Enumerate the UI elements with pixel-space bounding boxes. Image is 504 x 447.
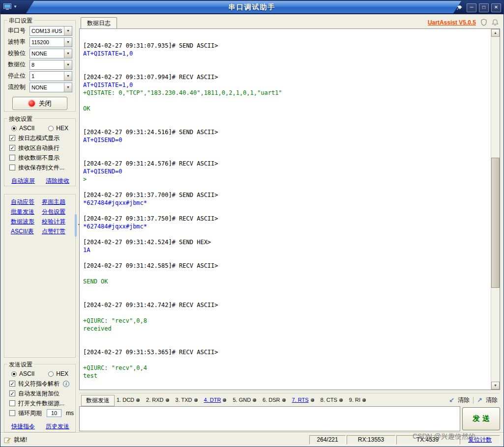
log-blank-line — [83, 65, 488, 73]
log-timestamp-line: [2024-02-27 09:31:37.700]# SEND ASCII> — [83, 191, 488, 199]
ready-icon — [4, 437, 11, 444]
recv-checkbox-row[interactable]: ✓按日志模式显示 — [4, 133, 75, 143]
chevron-down-icon[interactable]: ▼ — [64, 27, 72, 35]
chevron-down-icon[interactable]: ▼ — [64, 60, 72, 69]
clear-controls: ↙ 清除 ↗ 清除 — [449, 396, 498, 404]
field-label: 流控制 — [8, 83, 30, 91]
checkbox[interactable]: ✓ — [9, 135, 15, 141]
send-checkbox-row[interactable]: ✓转义符指令解析i — [4, 379, 75, 389]
pin-gnd: 5. GND — [233, 397, 256, 403]
send-input[interactable] — [80, 407, 460, 431]
log-blank-line — [83, 207, 488, 215]
pin-led-icon — [136, 398, 140, 402]
recv-checkbox-row[interactable]: 接收保存到文件... — [4, 163, 75, 172]
recv-checkbox-row[interactable]: 接收数据不显示 — [4, 153, 75, 163]
ms-unit-label: ms — [66, 410, 74, 417]
minimize-button[interactable]: ─ — [467, 3, 476, 12]
recv-link[interactable]: 清除接收 — [46, 177, 69, 185]
reset-counters-link[interactable]: 复位计数 — [468, 436, 492, 443]
checkbox[interactable]: ✓ — [9, 391, 15, 396]
data-send-label: 数据发送 — [81, 395, 115, 406]
combo-select[interactable]: NONE▼ — [30, 49, 72, 58]
pin-label: 6. DSR — [263, 397, 280, 403]
splitter-handle[interactable] — [75, 214, 77, 237]
log-data-line: AT+QISEND=0 — [83, 136, 488, 144]
recv-radio-ascii[interactable]: ASCII — [11, 125, 34, 132]
scroll-down-button[interactable]: ▼ — [491, 382, 500, 390]
checkbox[interactable] — [9, 165, 15, 170]
status-text: 就绪! — [14, 436, 27, 444]
pin-dtr[interactable]: 4. DTR — [204, 397, 227, 403]
status-bar: 就绪! 264/221 RX:13553 TX:4539 复位计数 — [0, 433, 504, 447]
pin-icon[interactable] — [456, 5, 463, 11]
recv-checkbox-row[interactable]: ✓接收区自动换行 — [4, 143, 75, 153]
log-timestamp-line: [2024-02-27 09:31:07.935]# SEND ASCII> — [83, 42, 488, 50]
send-link[interactable]: 快捷指令 — [11, 422, 35, 431]
checkbox[interactable] — [9, 410, 15, 416]
tool-link[interactable]: 界面主题 — [42, 198, 73, 206]
send-options: ✓转义符指令解析i✓自动发送附加位打开文件数据源...循环周期10ms — [4, 379, 75, 418]
clear-send-button[interactable]: 清除 — [486, 396, 498, 404]
tool-link[interactable]: 批量发送 — [11, 208, 42, 216]
log-blank-line — [83, 356, 488, 364]
log-scrollbar[interactable]: ▲ ▼ — [491, 29, 500, 390]
chevron-down-icon[interactable]: ▼ — [64, 83, 72, 92]
data-log-area[interactable]: [2024-02-27 09:31:07.935]# SEND ASCII>AT… — [79, 28, 500, 390]
scroll-thumb[interactable] — [491, 158, 500, 288]
close-button[interactable]: ✕ — [491, 3, 501, 12]
log-data-line: > — [83, 175, 488, 183]
maximize-button[interactable]: □ — [479, 3, 489, 12]
checkbox[interactable]: ✓ — [9, 381, 15, 387]
log-timestamp-line: [2024-02-27 09:31:07.994]# RECV ASCII> — [83, 73, 488, 81]
pin-rts[interactable]: 7. RTS — [292, 397, 314, 403]
receive-settings-group: 接收设置 ASCIIHEX ✓按日志模式显示✓接收区自动换行接收数据不显示接收保… — [4, 118, 76, 186]
send-checkbox-row[interactable]: 打开文件数据源... — [4, 398, 75, 408]
send-radio-ascii[interactable]: ASCII — [11, 370, 34, 377]
checkbox-label: 接收保存到文件... — [18, 164, 64, 172]
tool-link[interactable]: 点赞打赏 — [42, 227, 73, 236]
clear-send-arrow-icon: ↗ — [477, 397, 482, 404]
combo-select[interactable]: 8▼ — [30, 60, 72, 70]
cycle-period-input[interactable]: 10 — [47, 409, 61, 417]
send-button[interactable]: 发送 — [462, 407, 500, 430]
version-link[interactable]: UartAssist V5.0.5 — [428, 19, 476, 26]
send-radio-hex[interactable]: HEX — [48, 370, 68, 377]
tool-link[interactable]: 校验计算 — [42, 218, 73, 226]
combo-select[interactable]: 115200▼ — [30, 37, 72, 47]
signal-pins: 1. DCD2. RXD3. TXD4. DTR5. GND6. DSR7. R… — [117, 397, 366, 403]
tool-link[interactable]: 自动应答 — [11, 198, 42, 206]
combo-select[interactable]: COM13 #US▼ — [30, 26, 72, 36]
tool-link[interactable]: ASCII/表 — [11, 227, 42, 236]
log-blank-line — [83, 270, 488, 278]
send-link[interactable]: 历史发送 — [46, 422, 69, 431]
clear-receive-button[interactable]: 清除 — [458, 396, 470, 404]
log-data-line: +QISTATE: 0,"TCP","183.230.40.40",1811,0… — [83, 89, 488, 97]
combo-select[interactable]: NONE▼ — [30, 83, 72, 92]
bell-icon[interactable] — [492, 19, 499, 26]
checkbox[interactable] — [9, 155, 15, 161]
send-checkbox-row[interactable]: ✓自动发送附加位 — [4, 389, 75, 398]
tool-link[interactable]: 分包设置 — [42, 208, 73, 216]
recv-radio-hex[interactable]: HEX — [48, 125, 68, 132]
chevron-down-icon[interactable]: ▼ — [64, 49, 72, 58]
recv-link[interactable]: 自动滚屏 — [11, 177, 35, 185]
shield-icon[interactable] — [480, 19, 487, 26]
scroll-up-button[interactable]: ▲ — [491, 29, 500, 37]
chevron-down-icon[interactable]: ▼ — [64, 72, 72, 81]
status-counts: 264/221 — [309, 435, 346, 445]
checkbox[interactable] — [9, 400, 15, 406]
log-data-line: OK — [83, 105, 488, 112]
tool-link[interactable]: 数据波形 — [11, 218, 42, 226]
checkbox[interactable]: ✓ — [9, 145, 15, 151]
close-port-button[interactable]: 关闭 — [12, 97, 67, 110]
radio-label: ASCII — [19, 125, 34, 132]
log-timestamp-line: [2024-02-27 09:31:42.742]# RECV ASCII> — [83, 301, 488, 309]
chevron-down-icon[interactable]: ▼ — [64, 38, 72, 47]
tab-data-log[interactable]: 数据日志 — [81, 17, 117, 28]
checkbox-label: 转义符指令解析 — [18, 380, 59, 388]
serial-field-row: 串口号COM13 #US▼ — [4, 25, 75, 36]
send-checkbox-row[interactable]: 循环周期10ms — [4, 408, 75, 418]
tool-links-row: 自动应答界面主题 — [4, 197, 75, 207]
log-timestamp-line: [2024-02-27 09:31:42.585]# RECV ASCII> — [83, 262, 488, 270]
combo-select[interactable]: 1▼ — [30, 71, 72, 81]
